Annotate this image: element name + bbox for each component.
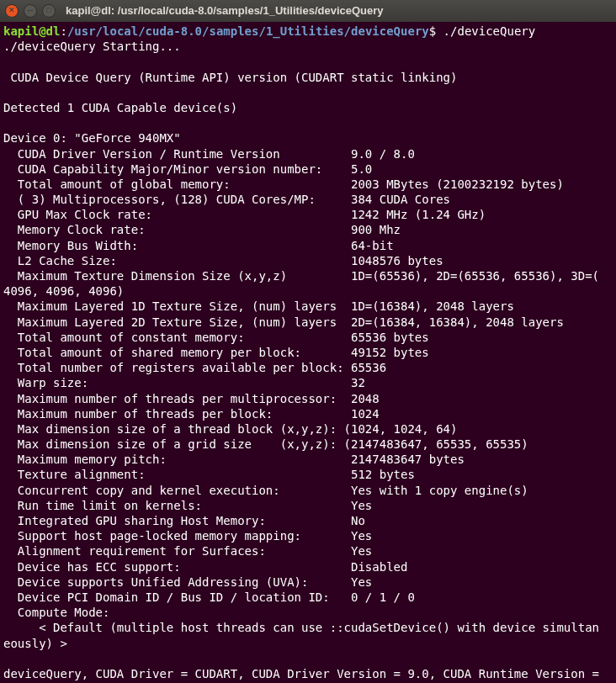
minimize-icon[interactable]: ─ <box>24 4 37 18</box>
close-icon[interactable]: ✕ <box>5 4 19 18</box>
window-titlebar: ✕ ─ □ kapil@dl: /usr/local/cuda-8.0/samp… <box>0 0 616 22</box>
window-title: kapil@dl: /usr/local/cuda-8.0/samples/1_… <box>66 4 384 19</box>
terminal-body[interactable]: kapil@dl:/usr/local/cuda-8.0/samples/1_U… <box>0 22 616 683</box>
maximize-icon[interactable]: □ <box>42 4 56 18</box>
terminal-window: ✕ ─ □ kapil@dl: /usr/local/cuda-8.0/samp… <box>0 0 616 683</box>
